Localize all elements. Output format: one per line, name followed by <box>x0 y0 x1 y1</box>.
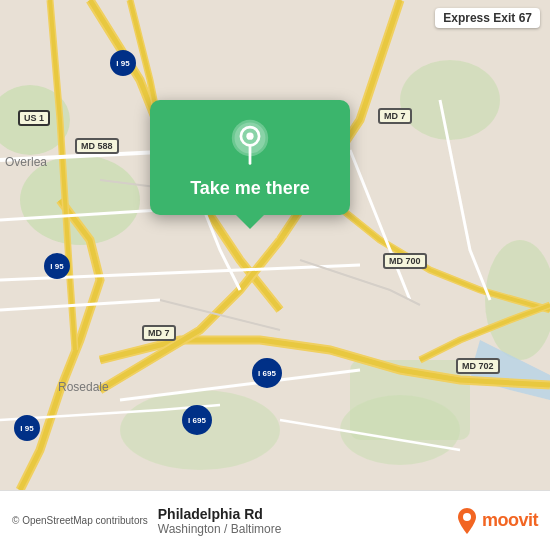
location-region: Washington / Baltimore <box>158 522 456 536</box>
road-badge-i95-left: I 95 <box>44 253 70 279</box>
road-badge-md7-top: MD 7 <box>378 108 412 124</box>
map-container: Express Exit 67 Take me there US 1 MD 58… <box>0 0 550 490</box>
svg-point-12 <box>463 513 471 521</box>
road-badge-us1: US 1 <box>18 110 50 126</box>
moovit-brand-text: moovit <box>482 510 538 531</box>
road-badge-i695-bottom: I 695 <box>182 405 212 435</box>
popup-button-label: Take me there <box>190 178 310 199</box>
osm-attribution: © OpenStreetMap contributors <box>12 515 148 526</box>
svg-point-7 <box>340 395 460 465</box>
location-pin-icon <box>225 118 275 168</box>
road-badge-md702: MD 702 <box>456 358 500 374</box>
moovit-pin-icon <box>456 507 478 535</box>
take-me-there-button[interactable]: Take me there <box>150 100 350 215</box>
location-info: Philadelphia Rd Washington / Baltimore <box>158 506 456 536</box>
location-name: Philadelphia Rd <box>158 506 456 522</box>
road-badge-md700: MD 700 <box>383 253 427 269</box>
road-badge-i95-top: I 95 <box>110 50 136 76</box>
express-exit-badge: Express Exit 67 <box>435 8 540 28</box>
road-badge-md588: MD 588 <box>75 138 119 154</box>
road-badge-i695-center: I 695 <box>252 358 282 388</box>
road-badge-md7-bottom: MD 7 <box>142 325 176 341</box>
bottom-bar: © OpenStreetMap contributors Philadelphi… <box>0 490 550 550</box>
road-badge-i95-bottom: I 95 <box>14 415 40 441</box>
svg-point-3 <box>400 60 500 140</box>
svg-point-11 <box>246 133 253 140</box>
moovit-logo: moovit <box>456 507 538 535</box>
